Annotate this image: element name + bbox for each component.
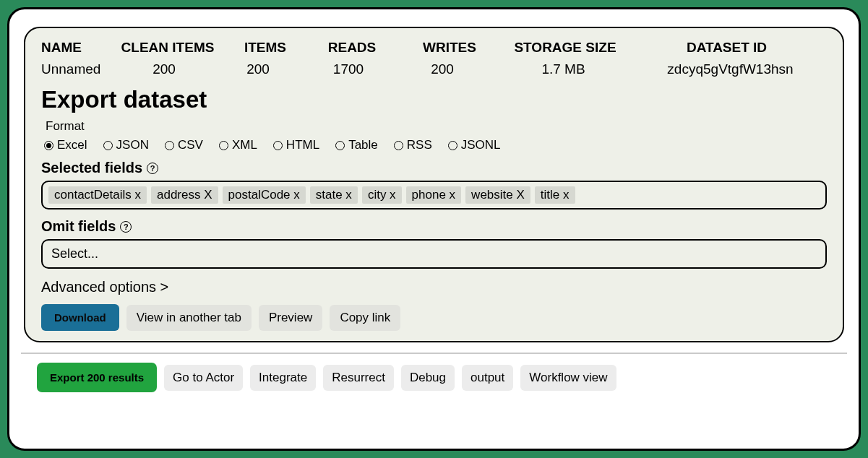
copy-link-button[interactable]: Copy link [330,305,400,331]
field-chip[interactable]: city x [362,186,402,204]
format-option-html[interactable]: HTML [273,138,319,152]
dialog-card: NAME CLEAN ITEMS ITEMS READS WRITES STOR… [7,7,861,451]
resurrect-button[interactable]: Resurrect [323,365,394,391]
go-to-actor-button[interactable]: Go to Actor [164,365,243,391]
value-storage: 1.7 MB [493,61,634,77]
export-results-button[interactable]: Export 200 results [37,363,157,392]
export-action-row: Download View in another tab Preview Cop… [41,304,827,331]
advanced-options-toggle[interactable]: Advanced options > [41,279,827,295]
field-chip[interactable]: address X [151,186,218,204]
help-icon[interactable]: ? [147,163,158,174]
footer-actions: Export 200 results Go to Actor Integrate… [21,363,847,392]
format-option-label: JSON [116,138,149,152]
header-items: ITEMS [222,40,309,56]
format-option-label: JSONL [461,138,501,152]
help-icon[interactable]: ? [120,221,132,233]
value-writes: 200 [392,61,493,77]
export-panel: NAME CLEAN ITEMS ITEMS READS WRITES STOR… [24,27,844,342]
header-name: NAME [41,40,113,56]
value-reads: 1700 [305,61,392,77]
field-chip[interactable]: phone x [406,186,462,204]
format-option-rss[interactable]: RSS [394,138,432,152]
radio-icon [219,141,228,150]
format-option-json[interactable]: JSON [103,138,149,152]
workflow-view-button[interactable]: Workflow view [520,365,616,391]
format-option-label: Table [348,138,378,152]
selected-fields-input[interactable]: contactDetails xaddress XpostalCode xsta… [41,181,827,209]
debug-button[interactable]: Debug [401,365,455,391]
format-radio-group: ExcelJSONCSVXMLHTMLTableRSSJSONL [44,138,827,152]
value-items: 200 [211,61,305,77]
format-option-xml[interactable]: XML [219,138,257,152]
field-chip[interactable]: contactDetails x [48,186,147,204]
view-tab-button[interactable]: View in another tab [126,305,252,331]
value-clean: 200 [117,61,211,77]
field-chip[interactable]: postalCode x [223,186,306,204]
stats-value-row: Unnamed 200 200 1700 200 1.7 MB zdcyq5gV… [41,61,827,77]
header-storage: STORAGE SIZE [504,40,627,56]
field-chip[interactable]: state x [310,186,358,204]
selected-fields-label: Selected fields ? [41,160,827,176]
radio-icon [273,141,283,150]
format-label: Format [46,119,827,134]
format-option-label: RSS [407,138,432,152]
download-button[interactable]: Download [41,304,119,331]
preview-button[interactable]: Preview [259,305,322,331]
divider [21,353,847,354]
radio-icon [165,141,174,150]
radio-icon [103,141,113,150]
radio-icon [335,141,345,150]
integrate-button[interactable]: Integrate [250,365,316,391]
radio-icon [44,141,53,150]
omit-fields-label: Omit fields ? [41,218,827,235]
radio-icon [448,141,457,150]
radio-icon [394,141,403,150]
value-dsid: zdcyq5gVtgfW13hsn [634,61,827,77]
format-option-table[interactable]: Table [335,138,378,152]
header-dsid: DATASET ID [627,40,827,56]
format-option-label: CSV [178,138,203,152]
omit-fields-input[interactable]: Select... [41,239,827,269]
format-option-csv[interactable]: CSV [165,138,203,152]
selected-fields-text: Selected fields [41,160,142,176]
omit-fields-text: Omit fields [41,218,116,235]
format-option-label: Excel [57,138,87,152]
stats-header-row: NAME CLEAN ITEMS ITEMS READS WRITES STOR… [41,40,827,56]
header-clean: CLEAN ITEMS [113,40,222,56]
output-button[interactable]: output [462,365,513,391]
format-option-label: HTML [286,138,319,152]
field-chip[interactable]: title x [535,186,575,204]
value-name: Unnamed [41,61,117,77]
format-option-excel[interactable]: Excel [44,138,87,152]
field-chip[interactable]: website X [465,186,530,204]
format-option-label: XML [232,138,257,152]
header-reads: READS [309,40,395,56]
export-title: Export dataset [41,86,827,113]
format-option-jsonl[interactable]: JSONL [448,138,501,152]
header-writes: WRITES [395,40,504,56]
